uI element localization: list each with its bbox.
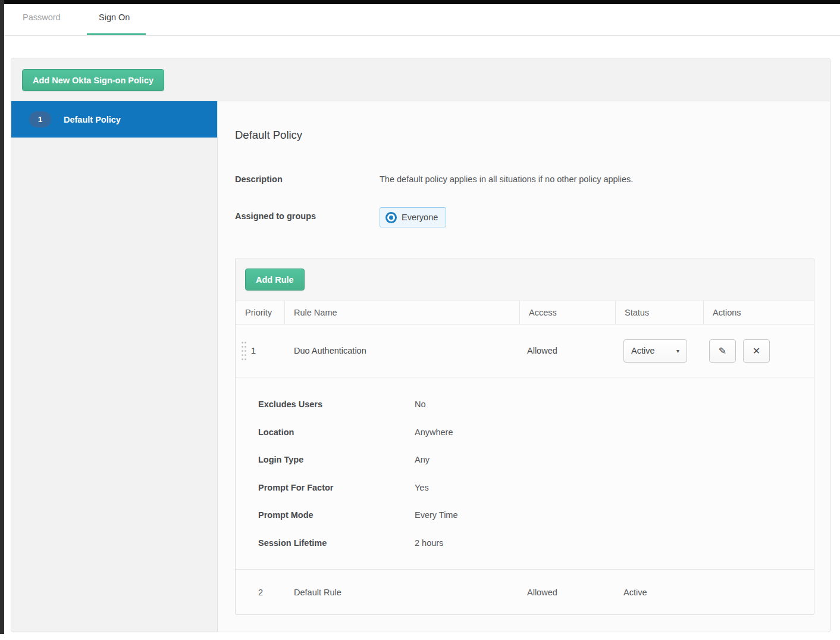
policy-detail-content: Default Policy Description The default p… [218,101,830,632]
pencil-icon: ✎ [719,345,726,357]
detail-label: Prompt Mode [258,510,415,520]
description-value: The default policy applies in all situat… [380,174,633,184]
rule-row-duo-authentication: 1 Duo Authentication Allowed Active ▾ ✎ … [236,324,814,377]
detail-label: Prompt For Factor [258,483,415,492]
column-header-actions: Actions [703,301,814,324]
rule-status-cell: Active ▾ [615,324,703,377]
window-frame-left [0,0,4,634]
rule-priority: 1 [251,346,256,355]
status-select[interactable]: Active ▾ [623,339,687,363]
status-select-value: Active [631,346,655,355]
okta-sign-on-policy-screen: Password Sign On Add New Okta Sign-on Po… [0,0,840,640]
policy-item-label: Default Policy [64,115,121,124]
close-icon: ✕ [753,345,760,357]
rule-row-default-rule: 2 Default Rule Allowed Active [236,570,814,614]
window-frame-top [0,0,840,4]
detail-row-prompt-for-factor: Prompt For Factor Yes [236,474,814,502]
detail-value: 2 hours [415,538,443,548]
policy-list-sidebar: 1 Default Policy [11,101,218,632]
add-rule-button[interactable]: Add Rule [245,269,305,291]
policy-title: Default Policy [235,129,302,142]
rule-priority-cell: 1 [236,324,284,377]
policy-list-item-default-policy[interactable]: 1 Default Policy [11,101,217,138]
rule-actions-cell-empty [703,570,814,614]
assigned-groups-label: Assigned to groups [235,211,316,221]
rule-access: Allowed [519,570,615,614]
detail-label: Session Lifetime [258,538,415,548]
detail-value: Any [415,455,430,464]
column-header-priority: Priority [236,301,284,324]
detail-value: Every Time [415,510,458,520]
detail-row-excludes-users: Excludes Users No [236,391,814,419]
tab-password[interactable]: Password [23,13,61,22]
rule-access: Allowed [519,324,615,377]
detail-row-login-type: Login Type Any [236,446,814,474]
delete-rule-button[interactable]: ✕ [743,339,770,363]
column-header-access: Access [519,301,615,324]
detail-row-location: Location Anywhere [236,419,814,447]
rule-details-section: Excludes Users No Location Anywhere Logi… [236,377,814,570]
rules-panel: Add Rule Priority Rule Name Access Statu… [235,258,814,615]
okta-group-icon [385,212,397,223]
detail-value: Yes [415,483,429,492]
detail-label: Excludes Users [258,399,415,409]
chevron-down-icon: ▾ [676,348,679,354]
detail-label: Location [258,427,415,437]
rules-panel-header: Add Rule [236,258,814,301]
rule-priority: 2 [236,570,284,614]
detail-value: No [415,399,426,409]
rule-name: Default Rule [284,570,519,614]
rules-table-header: Priority Rule Name Access Status Actions [236,301,814,324]
detail-row-prompt-mode: Prompt Mode Every Time [236,501,814,529]
drag-handle-icon[interactable] [241,341,246,362]
detail-label: Login Type [258,455,415,464]
panel-header: Add New Okta Sign-on Policy [11,58,830,101]
description-label: Description [235,174,283,184]
rule-actions-cell: ✎ ✕ [703,324,814,377]
group-chip-label: Everyone [402,213,438,222]
policy-priority-badge: 1 [29,111,51,127]
rule-name: Duo Authentication [284,324,519,377]
detail-row-session-lifetime: Session Lifetime 2 hours [236,529,814,557]
edit-rule-button[interactable]: ✎ [709,339,736,363]
rule-status: Active [615,570,703,614]
column-header-rule-name: Rule Name [284,301,519,324]
tab-sign-on[interactable]: Sign On [99,13,130,22]
tab-bar-divider [4,35,840,36]
tab-bar: Password Sign On [4,4,840,36]
detail-value: Anywhere [415,427,453,437]
group-chip-everyone[interactable]: Everyone [380,207,446,227]
sign-on-policy-panel: Add New Okta Sign-on Policy 1 Default Po… [11,58,830,632]
add-policy-button[interactable]: Add New Okta Sign-on Policy [22,69,164,91]
column-header-status: Status [615,301,703,324]
